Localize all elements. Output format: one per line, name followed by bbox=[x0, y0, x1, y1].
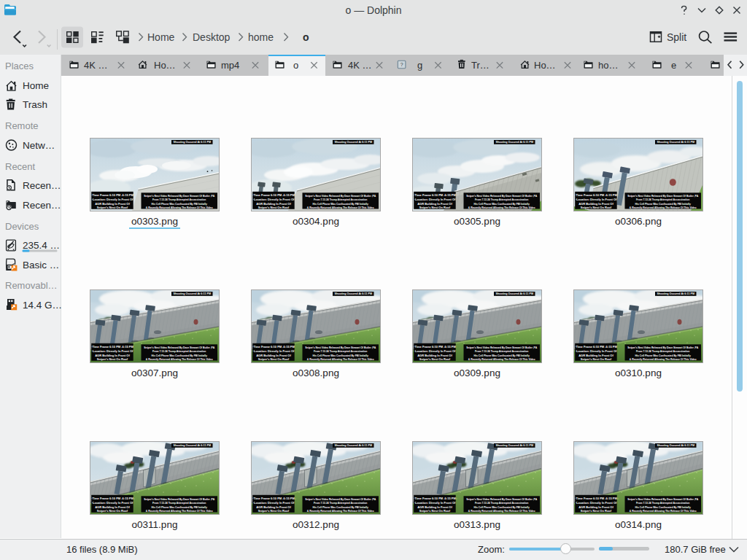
svg-text:?: ? bbox=[400, 62, 403, 67]
